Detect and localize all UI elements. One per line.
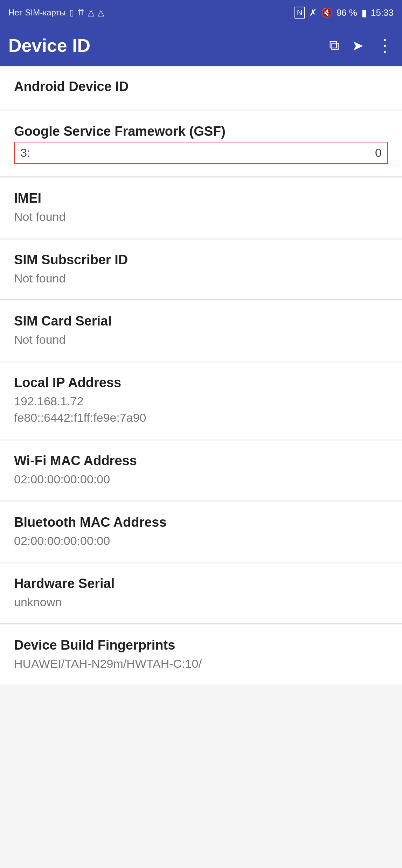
warning-icon-2: △ bbox=[98, 8, 104, 18]
imei-label: IMEI bbox=[14, 191, 388, 206]
bluetooth-mac-item[interactable]: Bluetooth MAC Address 02:00:00:00:00:00 bbox=[0, 502, 402, 562]
imei-value: Not found bbox=[14, 209, 388, 225]
imei-item[interactable]: IMEI Not found bbox=[0, 178, 402, 238]
status-bar: Нет SIM-карты ▯ ⇈ △ △ N ✗ 🔇 96 % ▮ 15:33 bbox=[0, 0, 402, 25]
hardware-serial-item[interactable]: Hardware Serial unknown bbox=[0, 564, 402, 624]
battery-icon: ▮ bbox=[361, 7, 367, 19]
android-device-id-label: Android Device ID bbox=[14, 79, 388, 94]
no-sim-text: Нет SIM-карты bbox=[8, 8, 66, 18]
wifi-icon: ⇈ bbox=[77, 8, 84, 18]
vibrate-icon: 🔇 bbox=[321, 7, 332, 18]
local-ip-item[interactable]: Local IP Address 192.168.1.72 fe80::6442… bbox=[0, 363, 402, 439]
time-text: 15:33 bbox=[371, 7, 394, 18]
sim-subscriber-id-label: SIM Subscriber ID bbox=[14, 252, 388, 267]
app-title: Device ID bbox=[8, 35, 90, 56]
local-ip-value: 192.168.1.72 fe80::6442:f1ff:fe9e:7a90 bbox=[14, 393, 388, 426]
copy-icon[interactable]: ⧉ bbox=[329, 37, 339, 54]
hardware-serial-value: unknown bbox=[14, 594, 388, 611]
bluetooth-mac-label: Bluetooth MAC Address bbox=[14, 515, 388, 530]
wifi-mac-item[interactable]: Wi-Fi MAC Address 02:00:00:00:00:00 bbox=[0, 441, 402, 501]
hardware-serial-label: Hardware Serial bbox=[14, 576, 388, 591]
status-left: Нет SIM-карты ▯ ⇈ △ △ bbox=[8, 8, 104, 18]
sim-card-serial-value: Not found bbox=[14, 331, 388, 348]
device-build-fingerprints-label: Device Build Fingerprints bbox=[14, 638, 388, 653]
nfc-icon: N bbox=[294, 7, 305, 19]
battery-text: 96 % bbox=[337, 7, 357, 18]
content: Android Device ID Google Service Framewo… bbox=[0, 66, 402, 685]
more-options-icon[interactable]: ⋮ bbox=[376, 36, 394, 55]
sim-subscriber-id-value: Not found bbox=[14, 270, 388, 287]
sim-icon: ▯ bbox=[69, 8, 74, 18]
sim-subscriber-id-item[interactable]: SIM Subscriber ID Not found bbox=[0, 240, 402, 300]
sim-card-serial-item[interactable]: SIM Card Serial Not found bbox=[0, 301, 402, 361]
share-icon[interactable]: ➤ bbox=[352, 37, 364, 54]
device-build-fingerprints-value: HUAWEI/TAH-N29m/HWTAH-C:10/ bbox=[14, 656, 388, 672]
gsf-item[interactable]: Google Service Framework (GSF) 3: 0 bbox=[0, 111, 402, 177]
device-build-fingerprints-item[interactable]: Device Build Fingerprints HUAWEI/TAH-N29… bbox=[0, 625, 402, 685]
warning-icon-1: △ bbox=[88, 8, 94, 18]
app-bar-actions: ⧉ ➤ ⋮ bbox=[329, 36, 394, 55]
gsf-label: Google Service Framework (GSF) bbox=[14, 124, 388, 139]
bluetooth-mac-value: 02:00:00:00:00:00 bbox=[14, 533, 388, 550]
wifi-mac-label: Wi-Fi MAC Address bbox=[14, 453, 388, 468]
gsf-value-box: 3: 0 bbox=[14, 142, 388, 164]
android-device-id-item[interactable]: Android Device ID bbox=[0, 66, 402, 110]
bluetooth-icon: ✗ bbox=[309, 7, 317, 18]
wifi-mac-value: 02:00:00:00:00:00 bbox=[14, 471, 388, 488]
local-ip-label: Local IP Address bbox=[14, 375, 388, 390]
gsf-value-left: 3: bbox=[20, 146, 30, 160]
gsf-value-right: 0 bbox=[375, 146, 382, 160]
app-bar: Device ID ⧉ ➤ ⋮ bbox=[0, 25, 402, 66]
sim-card-serial-label: SIM Card Serial bbox=[14, 314, 388, 329]
status-right: N ✗ 🔇 96 % ▮ 15:33 bbox=[294, 7, 394, 19]
